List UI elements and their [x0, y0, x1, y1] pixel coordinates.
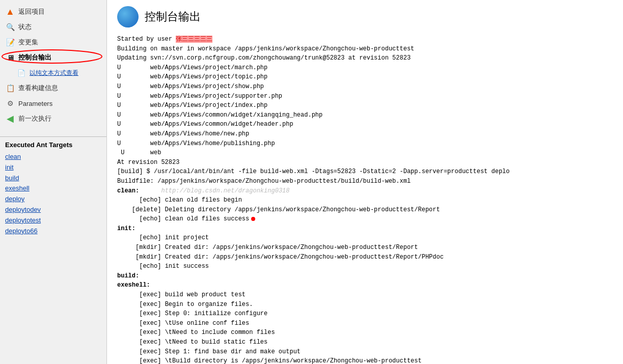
ant-target-item[interactable]: deploytodev [5, 205, 101, 215]
ant-target-item[interactable]: init [5, 162, 101, 173]
sidebar-item-build-info[interactable]: 📋 查看构建信息 [0, 80, 106, 96]
console-line: U web/Apps/Views/project/supporter.php [117, 92, 613, 101]
console-line: U web/Apps/Views/project/topic.php [117, 72, 613, 82]
console-line: [exec] Step 0: initialize configure [117, 309, 613, 319]
console-line: U web/Apps/Views/project/index.php [117, 101, 613, 110]
svg-point-0 [2, 50, 102, 63]
ant-target-item[interactable]: build [5, 173, 101, 184]
console-line: U web/Apps/Views/home/new.php [117, 129, 613, 139]
console-line: [exec] \tNeed to build static files [117, 338, 613, 347]
console-started-line: Started by user 张三三三三三 [117, 35, 613, 44]
sidebar-item-plain-text[interactable]: 📄 以纯文本方式查看 [0, 65, 106, 80]
console-line: [mkdir] Created dir: /apps/jenkins/works… [117, 253, 613, 262]
ant-targets-title: Executed Ant Targets [5, 141, 101, 149]
console-line: Updating svn://svn.corp.ncfgroup.com/zho… [117, 53, 613, 63]
sidebar-label-back-project: 返回项目 [18, 7, 45, 16]
console-line: U web/Apps/Views/project/march.php [117, 63, 613, 73]
page-header: 控制台输出 [117, 6, 613, 27]
sidebar-label-build-info: 查看构建信息 [18, 83, 58, 93]
sidebar-label-plain-text: 以纯文本方式查看 [30, 69, 78, 77]
page-icon [117, 6, 139, 27]
search-icon: 🔍 [5, 22, 15, 32]
console-line: [delete] Deleting directory /apps/jenkin… [117, 205, 613, 215]
console-line: U web/Apps/Views/common/widget/header.ph… [117, 120, 613, 129]
console-line: clean: http://blog.csdn.net/dragonking03… [117, 186, 613, 196]
console-line: [exec] \tBuild directory is /apps/jenkin… [117, 356, 613, 364]
sidebar-label-prev-exec: 前一次执行 [18, 114, 51, 123]
console-line: [echo] clean old files success [117, 214, 613, 224]
sidebar-label-status: 状态 [18, 22, 32, 32]
console-line: Buildfile: /apps/jenkins/workspace/Zhong… [117, 177, 613, 186]
console-line: [build] $ /usr/local/ant/bin/ant -file b… [117, 167, 613, 177]
console-line: Building on master in workspace /apps/je… [117, 44, 613, 54]
back-icon: ◀ [5, 114, 15, 124]
ant-target-item[interactable]: clean [5, 152, 101, 162]
console-line: [exec] \tUse online conf files [117, 319, 613, 328]
console-line: U web/Apps/Views/home/publishing.php [117, 139, 613, 149]
console-line: U web/Apps/Views/project/show.php [117, 82, 613, 92]
sidebar-item-parameters[interactable]: ⚙ Parameters [0, 96, 106, 111]
console-line: [echo] clean old files begin [117, 195, 613, 205]
console-line: [exec] Begin to organize files. [117, 300, 613, 310]
console-line: U web/Apps/Views/common/widget/xiangqing… [117, 110, 613, 120]
arrow-up-icon: ▲ [5, 7, 15, 17]
console-line: [exec] \tNeed to include common files [117, 328, 613, 338]
sidebar-item-prev-exec[interactable]: ◀ 前一次执行 [0, 111, 106, 126]
console-line: [exec] build web product test [117, 290, 613, 300]
ant-target-item[interactable]: deploy [5, 194, 101, 205]
sidebar-item-status[interactable]: 🔍 状态 [0, 19, 106, 35]
console-line: [exec] Step 1: find base dir and make ou… [117, 347, 613, 357]
console-line: [echo] init project [117, 233, 613, 243]
console-line: [echo] init success [117, 262, 613, 271]
console-output-area: Started by user 张三三三三三Building on master… [117, 35, 613, 364]
info-icon: 📋 [5, 83, 15, 93]
sidebar: ▲ 返回项目 🔍 状态 📝 变更集 🖥 控制台输出 📄 以纯文本方式查看 📋 查… [0, 0, 107, 364]
console-line: [mkdir] Created dir: /apps/jenkins/works… [117, 243, 613, 253]
ant-target-item[interactable]: exeshell [5, 183, 101, 194]
sidebar-label-console: 控制台输出 [18, 53, 51, 62]
sidebar-item-changes[interactable]: 📝 变更集 [0, 35, 106, 50]
ant-target-item[interactable]: deployto66 [5, 226, 101, 237]
ant-target-list: cleaninitbuildexeshelldeploydeploytodevd… [5, 152, 101, 236]
red-dot-decoration [251, 217, 255, 221]
console-line: At revision 52823 [117, 158, 613, 167]
text-icon: 📄 [16, 68, 26, 78]
console-line: build: [117, 271, 613, 281]
sidebar-item-back-project[interactable]: ▲ 返回项目 [0, 4, 106, 19]
ant-target-item[interactable]: deploytotest [5, 215, 101, 226]
sidebar-item-console-output[interactable]: 🖥 控制台输出 [0, 50, 106, 65]
ant-targets-section: Executed Ant Targets cleaninitbuildexesh… [0, 136, 106, 240]
edit-icon: 📝 [5, 37, 15, 47]
params-icon: ⚙ [5, 98, 15, 108]
active-oval-decoration [1, 49, 103, 64]
console-line: init: [117, 224, 613, 234]
main-content: 控制台输出 Started by user 张三三三三三Building on … [107, 0, 623, 364]
sidebar-label-parameters: Parameters [18, 100, 52, 107]
console-line: exeshell: [117, 281, 613, 290]
monitor-icon: 🖥 [5, 52, 15, 63]
page-title: 控制台输出 [145, 9, 201, 24]
sidebar-label-changes: 变更集 [18, 38, 38, 47]
console-line: U web [117, 148, 613, 158]
